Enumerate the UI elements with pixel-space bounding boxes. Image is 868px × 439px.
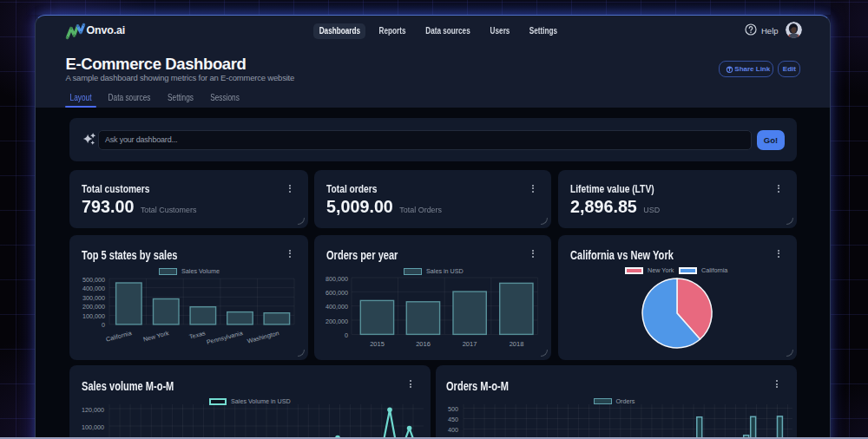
svg-text:500,000: 500,000	[82, 276, 105, 284]
svg-text:400,000: 400,000	[82, 285, 105, 292]
svg-text:200,000: 200,000	[326, 318, 348, 325]
svg-text:California: California	[105, 329, 133, 344]
svg-text:400,000: 400,000	[326, 303, 348, 311]
svg-text:Washington: Washington	[247, 329, 280, 344]
svg-text:2018: 2018	[510, 340, 524, 348]
svg-text:Texas: Texas	[188, 329, 207, 341]
svg-text:100,000: 100,000	[82, 312, 105, 320]
svg-text:0: 0	[102, 321, 105, 329]
svg-text:500: 500	[448, 405, 458, 413]
svg-text:300,000: 300,000	[82, 294, 105, 302]
svg-text:2015: 2015	[370, 340, 385, 348]
svg-text:120,000: 120,000	[82, 406, 104, 414]
svg-text:450: 450	[448, 416, 458, 423]
svg-text:Pennsylvania: Pennsylvania	[206, 329, 244, 346]
svg-text:200,000: 200,000	[82, 303, 105, 311]
svg-text:600,000: 600,000	[326, 289, 348, 297]
svg-text:0: 0	[345, 331, 348, 339]
svg-text:800,000: 800,000	[326, 275, 348, 283]
svg-text:New York: New York	[142, 329, 170, 344]
svg-text:400: 400	[448, 426, 458, 434]
svg-text:2016: 2016	[416, 340, 431, 348]
svg-text:100,000: 100,000	[82, 423, 104, 431]
svg-text:2017: 2017	[463, 340, 477, 348]
